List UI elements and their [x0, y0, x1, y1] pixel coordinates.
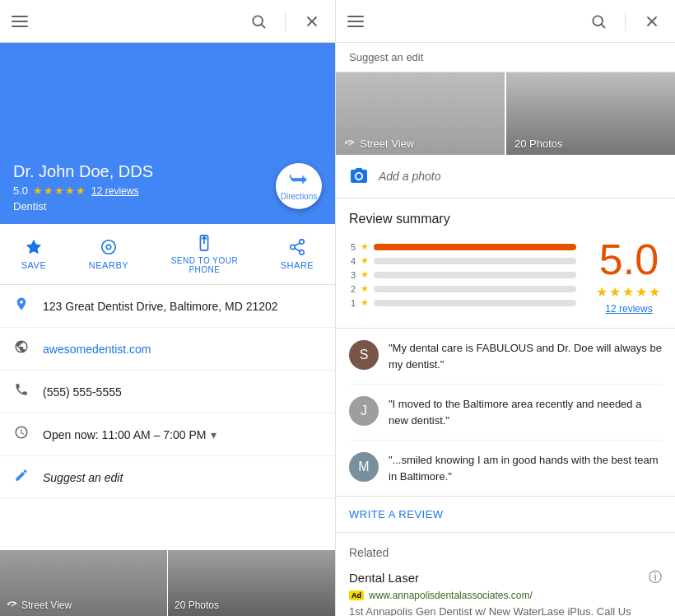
- suggest-edit-row[interactable]: Suggest an edit: [336, 43, 675, 72]
- add-photo-row[interactable]: Add a photo: [336, 155, 675, 198]
- place-name: Dr. John Doe, DDS: [13, 162, 153, 181]
- hours-item[interactable]: Open now: 11:00 AM – 7:00 PM ▾: [0, 413, 335, 456]
- send-to-phone-button[interactable]: SEND TO YOUR PHONE: [171, 234, 239, 274]
- save-star-icon: [25, 238, 43, 256]
- place-info: Dr. John Doe, DDS 5.0 ★★★★★ 12 reviews D…: [0, 152, 335, 224]
- left-panel: Dr. John Doe, DDS 5.0 ★★★★★ 12 reviews D…: [0, 0, 336, 616]
- review-item-1: S "My dental care is FABULOUS and Dr. Do…: [349, 329, 662, 385]
- svg-point-11: [300, 250, 305, 255]
- send-to-phone-icon: [195, 234, 213, 252]
- review-quote-3: "...smiled knowing I am in good hands wi…: [389, 452, 662, 484]
- review-quote-2: "I moved to the Baltimore area recently …: [389, 396, 662, 428]
- bar-row-2: 2 ★: [349, 283, 576, 294]
- svg-line-12: [295, 248, 300, 251]
- svg-point-10: [291, 245, 296, 250]
- website-text[interactable]: awesomedentist.com: [43, 343, 322, 356]
- add-photo-text[interactable]: Add a photo: [379, 170, 441, 183]
- bar-row-3: 3 ★: [349, 269, 576, 280]
- bar-4-star: ★: [361, 255, 369, 266]
- write-review-button[interactable]: WRITE A REVIEW: [336, 497, 675, 533]
- right-search-button[interactable]: [587, 10, 610, 33]
- close-button[interactable]: [300, 10, 324, 33]
- header-divider: [285, 12, 286, 31]
- phone-item[interactable]: (555) 555-5555: [0, 371, 335, 413]
- bar-3-num: 3: [349, 270, 356, 280]
- right-header: [336, 0, 675, 43]
- avatar-3: M: [349, 452, 379, 482]
- nearby-icon: [100, 238, 118, 256]
- globe-icon: [13, 339, 30, 358]
- review-summary: Review summary 5 ★ 4 ★: [336, 198, 675, 329]
- suggest-edit-text[interactable]: Suggest an edit: [43, 471, 322, 484]
- action-row: SAVE NEARBY SEND TO YOUR PHONE SHARE: [0, 224, 335, 285]
- suggest-edit-item[interactable]: Suggest an edit: [0, 456, 335, 499]
- bar-row-4: 4 ★: [349, 255, 576, 266]
- photos-preview[interactable]: 20 Photos: [168, 550, 335, 616]
- rating-bars: 5 ★ 4 ★ 3 ★: [349, 241, 576, 311]
- share-button[interactable]: SHARE: [281, 238, 314, 270]
- place-text: Dr. John Doe, DDS 5.0 ★★★★★ 12 reviews D…: [13, 162, 153, 212]
- clock-icon: [13, 425, 30, 444]
- right-header-icons: [587, 10, 663, 33]
- close-icon: [304, 13, 320, 30]
- right-hamburger-icon[interactable]: [347, 16, 364, 27]
- address-text: 123 Great Dentist Drive, Baltimore, MD 2…: [43, 300, 322, 313]
- svg-point-4: [102, 240, 116, 254]
- website-item[interactable]: awesomedentist.com: [0, 328, 335, 371]
- rating-reviews-link[interactable]: 12 reviews: [596, 303, 662, 315]
- avatar-2: J: [349, 396, 379, 426]
- send-to-phone-label: SEND TO YOUR PHONE: [171, 256, 239, 274]
- save-label: SAVE: [21, 260, 47, 270]
- bar-4-num: 4: [349, 256, 356, 266]
- right-photos-strip[interactable]: 20 Photos: [506, 72, 675, 155]
- svg-point-5: [106, 245, 111, 250]
- stars-display: ★★★★★: [33, 184, 86, 197]
- website-link[interactable]: awesomedentist.com: [43, 343, 151, 356]
- directions-button[interactable]: ⮩ Directions: [276, 163, 322, 209]
- review-item-3: M "...smiled knowing I am in good hands …: [349, 441, 662, 496]
- save-button[interactable]: SAVE: [21, 238, 47, 270]
- nearby-label: NEARBY: [89, 260, 128, 270]
- location-pin-icon: [13, 296, 30, 315]
- street-view-preview[interactable]: Street View: [0, 550, 168, 616]
- rating-row: 5.0 ★★★★★ 12 reviews: [13, 184, 153, 197]
- search-button[interactable]: [247, 10, 270, 33]
- info-list: 123 Great Dentist Drive, Baltimore, MD 2…: [0, 285, 335, 499]
- rating-right: 5.0 ★★★★★ 12 reviews: [596, 238, 662, 315]
- svg-line-13: [295, 243, 300, 246]
- nearby-button[interactable]: NEARBY: [89, 238, 128, 270]
- hours-expand-icon[interactable]: ▾: [211, 428, 216, 441]
- ad-url[interactable]: www.annapolisdentalassociates.com/: [369, 590, 533, 601]
- hours-row: Open now: 11:00 AM – 7:00 PM ▾: [43, 428, 216, 441]
- ad-row: Ad www.annapolisdentalassociates.com/: [349, 590, 662, 601]
- right-search-icon: [590, 13, 607, 30]
- bar-2-num: 2: [349, 284, 356, 294]
- left-header: [0, 0, 335, 43]
- big-stars: ★★★★★: [596, 284, 662, 300]
- bar-4-track: [374, 258, 576, 264]
- review-item-2: J "I moved to the Baltimore area recentl…: [349, 385, 662, 441]
- search-icon: [250, 13, 267, 30]
- rating-number: 5.0: [13, 184, 28, 197]
- bar-row-5: 5 ★: [349, 241, 576, 252]
- review-quote-1: "My dental care is FABULOUS and Dr. Doe …: [389, 340, 662, 372]
- rating-summary: 5 ★ 4 ★ 3 ★: [349, 238, 662, 315]
- bar-5-fill: [374, 244, 576, 250]
- hamburger-icon[interactable]: [12, 16, 28, 27]
- bar-1-track: [374, 300, 576, 306]
- address-item: 123 Great Dentist Drive, Baltimore, MD 2…: [0, 285, 335, 328]
- right-photos-label: 20 Photos: [514, 138, 563, 150]
- right-street-view[interactable]: Street View: [336, 72, 506, 155]
- right-close-button[interactable]: [640, 10, 663, 33]
- right-close-icon: [644, 13, 660, 30]
- bar-row-1: 1 ★: [349, 297, 576, 308]
- info-circle-icon[interactable]: ⓘ: [649, 569, 662, 586]
- svg-line-15: [602, 24, 605, 27]
- big-rating: 5.0: [599, 236, 659, 283]
- reviews-count[interactable]: 12 reviews: [91, 185, 138, 197]
- place-category: Dentist: [13, 200, 153, 212]
- street-view-label: Street View: [7, 600, 72, 611]
- bar-2-track: [374, 286, 576, 292]
- bar-5-track: [374, 244, 576, 250]
- ad-badge: Ad: [349, 590, 364, 600]
